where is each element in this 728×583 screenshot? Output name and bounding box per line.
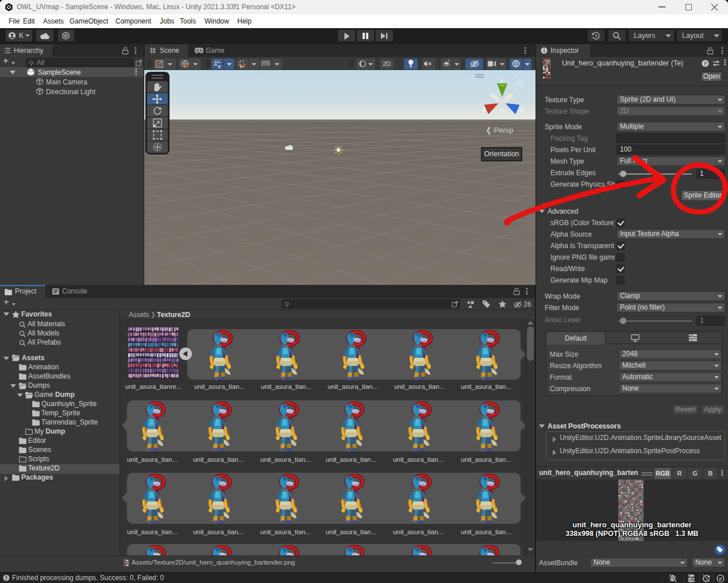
svg-text:y: y bbox=[500, 76, 503, 84]
svg-text:?: ? bbox=[703, 61, 707, 67]
svg-text:z: z bbox=[520, 106, 523, 113]
svg-text:Y: Y bbox=[218, 64, 221, 68]
svg-text:x: x bbox=[483, 106, 487, 113]
